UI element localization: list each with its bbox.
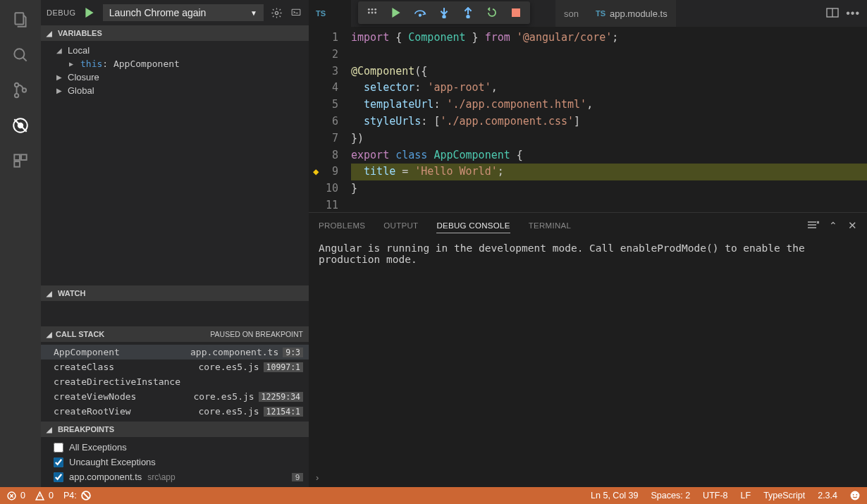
svg-point-20 — [467, 16, 469, 18]
status-errors[interactable]: 0 — [7, 491, 25, 500]
svg-point-12 — [368, 8, 370, 11]
split-editor-icon[interactable] — [826, 7, 839, 20]
variables-scope-closure[interactable]: ▶Closure — [41, 70, 309, 84]
debug-console-toggle-icon[interactable] — [289, 6, 303, 20]
variables-scope-local[interactable]: ◢Local — [41, 44, 309, 57]
tab-active-partial[interactable]: TS — [309, 0, 351, 27]
svg-rect-9 — [14, 161, 20, 167]
svg-point-25 — [851, 491, 860, 500]
svg-point-16 — [371, 12, 374, 14]
svg-rect-21 — [512, 8, 520, 17]
typescript-icon: TS — [596, 9, 605, 18]
files-icon[interactable] — [11, 10, 30, 30]
typescript-icon: TS — [316, 9, 326, 18]
status-bar: 0 0 P4: Ln 5, Col 39 Spaces: 2 UTF-8 LF … — [0, 487, 867, 504]
callstack-frame[interactable]: createRootViewcore.es5.js12154:1 — [41, 404, 309, 419]
repl-input[interactable]: › — [309, 467, 867, 487]
svg-point-4 — [23, 88, 26, 92]
watch-label: WATCH — [58, 289, 86, 297]
watch-body — [41, 301, 309, 326]
breakpoint-checkbox[interactable] — [54, 472, 63, 482]
editor-area: TS son TSapp.module.ts ••• 12345678◆9101… — [309, 0, 867, 487]
debug-console-output: Angular is running in the development mo… — [309, 238, 867, 467]
variables-this[interactable]: ▶this: AppComponent — [41, 57, 309, 70]
panel-tab-problems[interactable]: PROBLEMS — [319, 219, 365, 233]
breakpoint-checkbox[interactable] — [54, 457, 63, 467]
breakpoints-label: BREAKPOINTS — [58, 425, 114, 434]
svg-point-10 — [275, 11, 278, 14]
svg-rect-0 — [15, 13, 23, 24]
source-control-icon[interactable] — [11, 80, 30, 100]
svg-point-14 — [374, 8, 376, 11]
callstack-status: PAUSED ON BREAKPOINT — [210, 330, 303, 338]
sidebar-title: DEBUG — [47, 8, 76, 17]
tab-bar: TS son TSapp.module.ts ••• — [309, 0, 867, 27]
svg-point-18 — [419, 14, 422, 16]
continue-button[interactable] — [385, 3, 407, 23]
svg-point-3 — [15, 94, 18, 97]
restart-button[interactable] — [481, 3, 503, 23]
status-port[interactable]: P4: — [63, 491, 91, 500]
drag-handle-icon[interactable] — [361, 3, 383, 23]
breakpoint-checkbox[interactable] — [54, 443, 63, 453]
breakpoint-marker[interactable]: ◆ — [313, 164, 319, 180]
svg-point-2 — [15, 83, 18, 87]
watch-section-header[interactable]: ◢WATCH — [41, 285, 309, 301]
callstack-frame[interactable]: createDirectiveInstance — [41, 374, 309, 389]
svg-point-19 — [443, 16, 445, 18]
breakpoints-section-header[interactable]: ◢BREAKPOINTS — [41, 422, 309, 437]
svg-rect-8 — [21, 154, 27, 160]
breakpoint-row[interactable]: Uncaught Exceptions — [41, 455, 309, 469]
search-icon[interactable] — [11, 45, 30, 65]
variables-section-header[interactable]: ◢VARIABLES — [41, 25, 309, 41]
code-editor[interactable]: 12345678◆91011 import { Component } from… — [309, 27, 867, 212]
step-out-button[interactable] — [457, 3, 479, 23]
status-eol[interactable]: LF — [741, 491, 751, 500]
callstack-frame[interactable]: createViewNodescore.es5.js12259:34 — [41, 389, 309, 404]
step-over-button[interactable] — [409, 3, 431, 23]
svg-point-26 — [853, 494, 854, 496]
debug-config-select[interactable]: Launch Chrome again ▼ — [103, 4, 264, 21]
svg-point-13 — [371, 8, 374, 11]
panel-collapse-icon[interactable]: ⌃ — [829, 220, 837, 231]
svg-point-17 — [374, 12, 376, 14]
status-cursor[interactable]: Ln 5, Col 39 — [591, 491, 638, 500]
debug-config-label: Launch Chrome again — [109, 7, 207, 18]
callstack-frame[interactable]: createClasscore.es5.js10997:1 — [41, 359, 309, 374]
svg-point-15 — [368, 12, 370, 14]
clear-console-icon[interactable] — [806, 220, 819, 231]
svg-rect-7 — [14, 154, 20, 160]
svg-rect-11 — [292, 9, 300, 15]
status-language[interactable]: TypeScript — [763, 491, 805, 500]
debug-icon[interactable] — [11, 116, 30, 135]
panel-tab-terminal[interactable]: TERMINAL — [529, 219, 572, 233]
status-ts-version[interactable]: 2.3.4 — [818, 491, 837, 500]
bottom-panel: PROBLEMS OUTPUT DEBUG CONSOLE TERMINAL ⌃… — [309, 212, 867, 487]
status-warnings[interactable]: 0 — [35, 491, 54, 500]
tab-app-module[interactable]: TSapp.module.ts — [587, 0, 676, 27]
more-icon[interactable]: ••• — [846, 7, 860, 20]
breakpoint-row[interactable]: app.component.tssrc\app9 — [41, 469, 309, 484]
variables-label: VARIABLES — [58, 29, 102, 37]
callstack-frame[interactable]: AppComponentapp.component.ts9:3 — [41, 345, 309, 359]
panel-close-icon[interactable]: ✕ — [848, 219, 857, 232]
stop-button[interactable] — [505, 3, 527, 23]
activity-bar — [0, 0, 41, 487]
status-spaces[interactable]: Spaces: 2 — [651, 491, 691, 500]
panel-tab-output[interactable]: OUTPUT — [383, 219, 418, 233]
svg-point-27 — [856, 494, 857, 496]
variables-scope-global[interactable]: ▶Global — [41, 84, 309, 97]
panel-tab-debug-console[interactable]: DEBUG CONSOLE — [436, 219, 510, 233]
callstack-label: CALL STACK — [56, 330, 104, 338]
chevron-down-icon: ▼ — [250, 9, 257, 17]
breakpoint-row[interactable]: All Exceptions — [41, 440, 309, 455]
tab-hidden-json[interactable]: son — [555, 0, 587, 27]
step-into-button[interactable] — [433, 3, 455, 23]
start-debug-button[interactable] — [82, 5, 97, 20]
callstack-section-header[interactable]: ◢ CALL STACK PAUSED ON BREAKPOINT — [41, 326, 309, 342]
extensions-icon[interactable] — [11, 151, 30, 171]
status-encoding[interactable]: UTF-8 — [703, 491, 727, 500]
svg-point-6 — [18, 123, 23, 128]
gear-icon[interactable] — [269, 6, 283, 20]
feedback-icon[interactable] — [850, 491, 860, 500]
